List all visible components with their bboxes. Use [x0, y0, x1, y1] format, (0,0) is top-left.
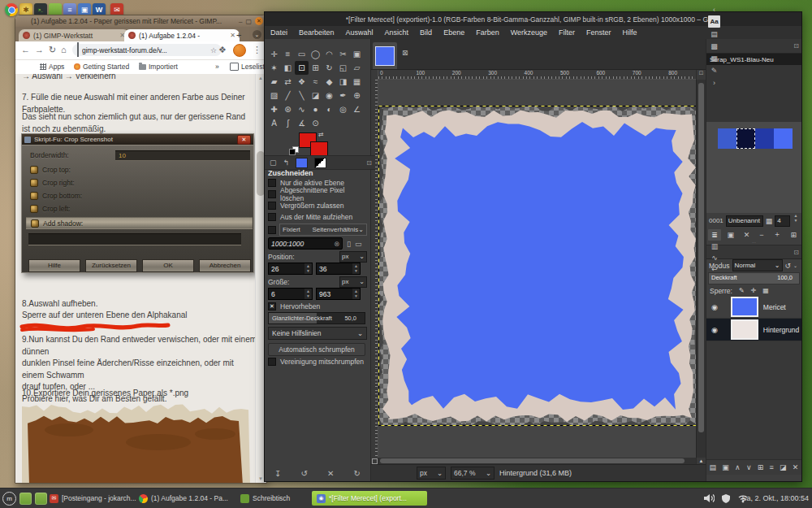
- highlight-checkbox[interactable]: ✕: [268, 302, 276, 310]
- guides-select[interactable]: Keine Hilfslinien ⌄: [268, 327, 367, 340]
- eraser-tool[interactable]: ◪: [309, 89, 322, 102]
- pencil-tool[interactable]: ╱: [281, 89, 295, 102]
- clear-icon[interactable]: ⊗: [334, 240, 339, 248]
- foreground-select-tool[interactable]: ▣: [350, 47, 364, 61]
- chevron-down-icon[interactable]: ⌄: [793, 263, 797, 268]
- fuzzy-select-tool[interactable]: ✶: [267, 61, 281, 75]
- bookmark-getting-started[interactable]: Getting Started: [74, 63, 129, 71]
- zoom-select[interactable]: 66,7 %⌄: [451, 467, 495, 480]
- image-tab[interactable]: [373, 42, 397, 69]
- layers-tab[interactable]: ≣: [708, 229, 721, 241]
- highlight-opacity-slider[interactable]: Glanzlichter-Deckkraft 50,0: [268, 312, 365, 324]
- next-tab[interactable]: ›: [708, 76, 720, 89]
- bookmark-imported-folder[interactable]: Importiert: [139, 63, 178, 71]
- checkbox[interactable]: [268, 190, 276, 198]
- scrollbar-thumb[interactable]: [698, 83, 704, 432]
- avatar[interactable]: [233, 44, 246, 57]
- address-bar[interactable]: gimp-werkstatt-forum.de/v... ☆: [72, 44, 222, 56]
- chrome-launcher-icon[interactable]: [5, 3, 18, 16]
- size-height-spinner[interactable]: 963 ▲▼: [316, 288, 361, 300]
- zoom-fit-corner-button[interactable]: ⊡: [696, 70, 706, 80]
- tool-options-tab-icon[interactable]: ▢: [270, 158, 277, 167]
- show-desktop-button[interactable]: [19, 493, 32, 505]
- mypaint-brush-tool[interactable]: ▨: [267, 89, 281, 102]
- swap-colors-icon[interactable]: ⇄: [318, 131, 324, 138]
- save-tool-options-icon[interactable]: ↧: [274, 469, 281, 478]
- reading-list-icon[interactable]: [230, 63, 239, 71]
- fg-color-tab-icon[interactable]: [296, 158, 308, 168]
- delete-layer-button[interactable]: ✕: [793, 463, 799, 471]
- checkbox[interactable]: [268, 213, 276, 221]
- cage-transform-tool[interactable]: ▦: [350, 75, 364, 89]
- highlight-checkbox-row[interactable]: ✕ Hervorheben: [268, 301, 367, 312]
- shear-tool[interactable]: ▱: [350, 61, 364, 75]
- gradients-tab[interactable]: ▦: [708, 52, 720, 64]
- add-mask-button[interactable]: ◪: [780, 463, 787, 471]
- checkbox[interactable]: [268, 202, 276, 210]
- palette-entry-name-field[interactable]: Unbenannt: [726, 215, 763, 227]
- delete-tool-options-icon[interactable]: ✕: [327, 469, 334, 478]
- channels-tab[interactable]: ▥: [708, 241, 721, 252]
- alignment-tool[interactable]: ≡: [281, 47, 295, 61]
- canvas-image[interactable]: [378, 106, 696, 426]
- browser-tab-gimp-werkstatt[interactable]: (1) GIMP-Werkstatt ✕: [19, 29, 129, 41]
- taskbar-item[interactable]: Schreibtisch: [235, 491, 318, 506]
- bucket-fill-tool[interactable]: ◆: [322, 75, 336, 89]
- airbrush-tool[interactable]: ◉: [322, 89, 336, 102]
- quick-mask-toggle[interactable]: [371, 458, 378, 464]
- menu-bearbeiten[interactable]: Bearbeiten: [293, 28, 340, 37]
- dodge-burn-tool[interactable]: ◐: [322, 102, 336, 116]
- merge-layer-button[interactable]: ≡: [770, 463, 774, 471]
- new-tab-button[interactable]: +: [236, 30, 241, 40]
- unified-transform-tool[interactable]: ⊞: [309, 61, 322, 75]
- flip-tool[interactable]: ⇄: [281, 75, 295, 89]
- position-unit-select[interactable]: px⌄: [339, 251, 367, 263]
- back-icon[interactable]: ←: [21, 45, 30, 54]
- layer-row[interactable]: ◉Hintergrund: [706, 319, 801, 341]
- move-tool[interactable]: ✛: [267, 47, 281, 61]
- blur-sharpen-tool[interactable]: ●: [309, 102, 322, 116]
- palette-columns-field[interactable]: 4: [775, 215, 790, 227]
- layer-mode-select[interactable]: Normal⌄: [732, 259, 783, 271]
- configure-tab-icon[interactable]: ⊡: [793, 249, 799, 256]
- palette-swatch[interactable]: [736, 128, 755, 149]
- new-color-icon[interactable]: ▣: [727, 231, 734, 239]
- autoshrink-button[interactable]: Automatisch schrumpfen: [268, 343, 365, 356]
- free-select-tool[interactable]: ◠: [322, 47, 336, 61]
- tab-close-icon[interactable]: ✕: [230, 32, 235, 39]
- horizontal-scrollbar[interactable]: [378, 458, 696, 464]
- warp-transform-tool[interactable]: ≈: [309, 75, 322, 89]
- landscape-icon[interactable]: ▭: [355, 240, 362, 248]
- menu-ansicht[interactable]: Ansicht: [379, 28, 415, 37]
- scroll-up-icon[interactable]: ▲: [258, 76, 263, 80]
- heal-tool[interactable]: ✚: [267, 102, 281, 116]
- raise-layer-button[interactable]: ∧: [735, 463, 741, 471]
- menu-bild[interactable]: Bild: [414, 28, 438, 37]
- navigation-button[interactable]: ▲: [696, 458, 706, 464]
- home-icon[interactable]: ⌂: [61, 45, 67, 54]
- zoom-in-icon[interactable]: ＋: [774, 229, 781, 240]
- gradient-tab-icon[interactable]: [314, 158, 326, 168]
- menu-ebene[interactable]: Ebene: [438, 28, 470, 37]
- lock-paint-icon[interactable]: ✎: [739, 287, 745, 294]
- taskbar-item[interactable]: (1) Aufgabe 1.2.04 - Pa...: [134, 491, 241, 506]
- color-picker-tool[interactable]: ◎: [336, 102, 350, 116]
- menu-hilfe[interactable]: Hilfe: [617, 28, 643, 37]
- palettes-tab[interactable]: ✎: [708, 64, 720, 76]
- position-x-spinner[interactable]: 26 ▲▼: [268, 263, 313, 275]
- shrink-merged-row[interactable]: Vereinigung mitschrumpfen: [268, 356, 367, 367]
- layer-opacity-slider[interactable]: Deckkraft 100,0: [708, 272, 800, 284]
- palette-swatch[interactable]: [755, 128, 774, 149]
- zoom-out-icon[interactable]: −: [759, 231, 763, 239]
- reset-mode-icon[interactable]: ↺: [785, 262, 792, 270]
- lock-position-icon[interactable]: ✛: [751, 287, 757, 294]
- restore-tool-options-icon[interactable]: ↺: [301, 469, 308, 478]
- handle-transform-tool[interactable]: ❖: [295, 75, 309, 89]
- vertical-scrollbar[interactable]: [696, 80, 706, 458]
- ink-tool[interactable]: ✒: [336, 89, 350, 102]
- shield-icon[interactable]: [721, 493, 731, 503]
- text-tool[interactable]: A: [267, 116, 281, 130]
- browser-tab-aufgabe[interactable]: (1) Aufgabe 1.2.04 - ✕: [124, 29, 240, 41]
- clone-tool[interactable]: ⊕: [350, 89, 364, 102]
- fixed-ratio-row[interactable]: Fixiert Seitenverhältnis ⌄: [268, 223, 367, 237]
